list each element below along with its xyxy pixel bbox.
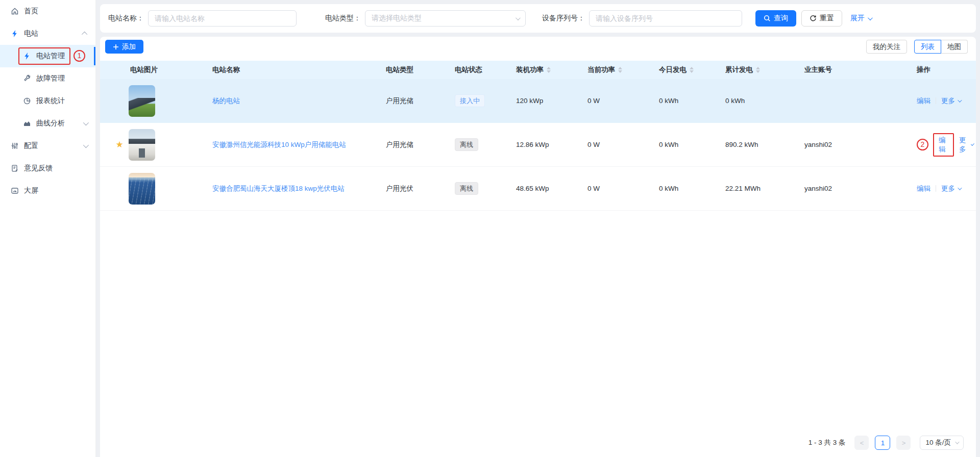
sidebar-item-feedback[interactable]: 意见反馈	[0, 157, 95, 180]
sidebar-item-label: 首页	[24, 7, 38, 16]
sort-icon[interactable]	[690, 67, 694, 73]
my-follow-button[interactable]: 我的关注	[866, 40, 907, 54]
column-header-owner: 业主账号	[801, 65, 914, 74]
list-view-button[interactable]: 列表	[914, 40, 941, 54]
column-header-name: 电站名称	[209, 65, 383, 74]
station-image[interactable]	[129, 173, 155, 205]
edit-link[interactable]: 编辑	[917, 184, 930, 193]
page-size-select[interactable]: 10 条/页	[920, 436, 964, 450]
prev-page-button[interactable]: <	[854, 436, 869, 450]
annotation-step-1: 1	[74, 50, 85, 62]
search-button-label: 查询	[774, 14, 788, 23]
chevron-down-icon	[958, 186, 962, 190]
station-name-link[interactable]: 安徽滁州信光能源科技10 kWp户用储能电站	[212, 140, 346, 149]
chevron-down-icon	[971, 142, 974, 145]
station-name-link[interactable]: 安徽合肥蜀山海天大厦楼顶18 kwp光伏电站	[212, 184, 345, 193]
table-header-row: 电站图片 电站名称 电站类型 电站状态 装机功率 当前功率 今日发电	[100, 61, 976, 79]
column-header-total-energy[interactable]: 累计发电	[722, 65, 801, 74]
owner-account: yanshi02	[804, 141, 832, 148]
capacity-value: 12.86 kWp	[516, 141, 549, 148]
filter-station-name: 电站名称：	[108, 10, 297, 27]
capacity-value: 48.65 kWp	[516, 185, 549, 192]
map-view-button[interactable]: 地图	[941, 40, 968, 54]
sort-icon[interactable]	[618, 67, 622, 73]
column-header-type: 电站类型	[383, 65, 452, 74]
column-header-actions: 操作	[914, 65, 976, 74]
view-toggle: 我的关注 列表 地图	[866, 40, 968, 54]
reset-button-label: 重置	[820, 14, 834, 23]
table-row: ★ 安徽滁州信光能源科技10 kWp户用储能电站 户用光储 离线 12.86 k…	[100, 123, 976, 167]
current-page-button[interactable]: 1	[875, 436, 890, 450]
station-list-panel: 添加 我的关注 列表 地图	[100, 37, 976, 457]
more-link-label: 更多	[959, 136, 968, 154]
more-link[interactable]: 更多	[941, 184, 961, 193]
add-button[interactable]: 添加	[105, 40, 143, 54]
today-energy-value: 0 kWh	[659, 141, 678, 148]
station-image[interactable]	[129, 129, 155, 161]
column-header-today-energy[interactable]: 今日发电	[656, 65, 722, 74]
sidebar-item-label: 电站管理	[36, 52, 65, 61]
current-power-value: 0 W	[587, 141, 600, 148]
sidebar-item-report-statistics[interactable]: 报表统计	[0, 90, 95, 112]
reset-button[interactable]: 重置	[801, 10, 842, 27]
device-sn-input[interactable]	[589, 10, 742, 27]
column-header-image: 电站图片	[100, 65, 209, 74]
area-chart-icon	[22, 119, 31, 128]
sidebar-item-label: 配置	[24, 141, 38, 150]
sidebar-item-fault-management[interactable]: 故障管理	[0, 67, 95, 90]
station-name-input[interactable]	[148, 10, 297, 27]
plus-icon	[113, 44, 119, 50]
sidebar-item-curve-analysis[interactable]: 曲线分析	[0, 112, 95, 135]
total-energy-value: 0 kWh	[725, 97, 745, 105]
column-header-status: 电站状态	[452, 65, 513, 74]
today-energy-value: 0 kWh	[659, 97, 678, 105]
list-map-segment: 列表 地图	[914, 40, 968, 54]
sidebar-item-home[interactable]: 首页	[0, 0, 95, 22]
sidebar-item-station[interactable]: 电站	[0, 22, 95, 45]
owner-account: yanshi02	[804, 185, 832, 192]
sidebar-item-label: 故障管理	[36, 74, 65, 83]
expand-link-label: 展开	[850, 14, 865, 23]
next-page-button[interactable]: >	[896, 436, 911, 450]
app-root: 首页 电站 电站管理 1 故障管理 报表	[0, 0, 980, 457]
station-type-select[interactable]: 请选择电站类型	[365, 10, 526, 27]
more-link[interactable]: 更多	[959, 136, 973, 154]
column-header-capacity[interactable]: 装机功率	[513, 65, 584, 74]
edit-link[interactable]: 编辑	[939, 136, 946, 153]
search-button[interactable]: 查询	[755, 10, 796, 27]
sliders-icon	[10, 142, 19, 150]
station-name-link[interactable]: 杨的电站	[212, 96, 240, 106]
current-power-value: 0 W	[587, 97, 600, 105]
sidebar-item-station-management[interactable]: 电站管理 1	[0, 45, 95, 67]
list-toolbar: 添加 我的关注 列表 地图	[100, 37, 976, 61]
status-badge: 离线	[455, 138, 478, 151]
station-name-label: 电站名称：	[108, 14, 144, 23]
filter-device-sn: 设备序列号：	[542, 10, 742, 27]
edit-link[interactable]: 编辑	[917, 96, 930, 106]
sidebar-item-configuration[interactable]: 配置	[0, 135, 95, 157]
add-button-label: 添加	[122, 42, 136, 52]
lightning-icon	[22, 52, 31, 61]
sidebar-item-big-screen[interactable]: 大屏	[0, 180, 95, 202]
column-header-current-power[interactable]: 当前功率	[584, 65, 656, 74]
status-badge: 离线	[455, 182, 478, 195]
action-divider	[936, 185, 936, 192]
refresh-icon	[810, 15, 817, 22]
sort-icon[interactable]	[547, 67, 551, 73]
filter-bar: 电站名称： 电站类型： 请选择电站类型 设备序列号： 查询	[100, 4, 976, 33]
current-power-value: 0 W	[587, 185, 600, 192]
filter-station-type: 电站类型： 请选择电站类型	[325, 10, 526, 27]
station-type: 户用光储	[386, 140, 413, 149]
table-row: 安徽合肥蜀山海天大厦楼顶18 kwp光伏电站 户用光伏 离线 48.65 kWp…	[100, 167, 976, 211]
sidebar-item-label: 报表统计	[36, 96, 65, 106]
more-link[interactable]: 更多	[941, 96, 961, 106]
station-image[interactable]	[129, 85, 155, 117]
sort-icon[interactable]	[756, 67, 760, 73]
my-follow-label: 我的关注	[873, 42, 900, 52]
total-energy-value: 22.21 MWh	[725, 185, 761, 192]
station-type-placeholder: 请选择电站类型	[372, 14, 422, 23]
expand-link[interactable]: 展开	[850, 14, 871, 23]
chevron-down-icon	[516, 15, 521, 20]
map-view-label: 地图	[947, 42, 961, 52]
favorite-star-icon[interactable]: ★	[113, 139, 126, 150]
